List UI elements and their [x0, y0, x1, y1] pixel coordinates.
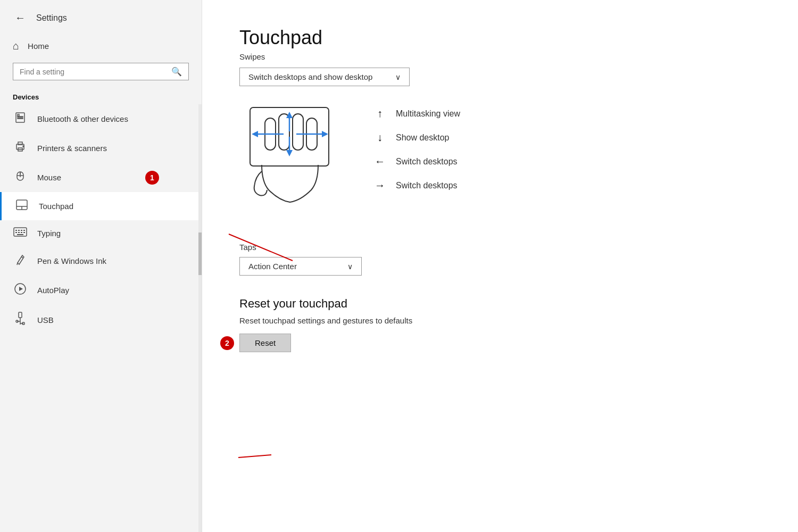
gesture-row-left: ← Switch desktops [372, 155, 460, 168]
gesture-arrow-right: → [372, 179, 387, 192]
sidebar-item-mouse[interactable]: Mouse 1 [0, 163, 202, 192]
gesture-desc-down: Show desktop [396, 133, 450, 143]
printer-icon [13, 140, 28, 156]
autoplay-icon [13, 282, 28, 298]
settings-title: Settings [36, 13, 67, 23]
svg-rect-37 [279, 114, 289, 150]
svg-point-7 [23, 146, 24, 147]
mouse-label: Mouse [37, 173, 61, 182]
swipes-dropdown-value: Switch desktops and show desktop [248, 72, 372, 81]
mouse-icon [13, 170, 28, 185]
taps-dropdown-value: Action Center [248, 262, 297, 271]
gesture-descriptions: ↑ Multitasking view ↓ Show desktop ← Swi… [372, 107, 460, 192]
svg-rect-19 [23, 230, 25, 231]
hand-illustration [239, 102, 340, 227]
touchpad-icon [14, 199, 29, 213]
autoplay-label: AutoPlay [37, 286, 69, 295]
search-input[interactable] [20, 68, 167, 76]
svg-marker-45 [252, 131, 258, 137]
gesture-arrow-up: ↑ [372, 107, 387, 120]
svg-line-49 [238, 455, 271, 458]
gesture-row-right: → Switch desktops [372, 179, 460, 192]
typing-icon [13, 227, 28, 239]
sidebar-item-bluetooth[interactable]: Bluetooth & other devices [0, 104, 202, 134]
reset-desc: Reset touchpad settings and gestures to … [239, 316, 761, 325]
gesture-arrow-left: ← [372, 155, 387, 168]
gesture-row-up: ↑ Multitasking view [372, 107, 460, 120]
svg-rect-29 [19, 312, 22, 318]
search-button[interactable]: 🔍 [171, 66, 182, 77]
swipes-dropdown-chevron: ∨ [395, 73, 401, 81]
sidebar: ← Settings ⌂ Home 🔍 Devices Bluetooth & … [0, 0, 202, 532]
gesture-arrow-down: ↓ [372, 131, 387, 144]
swipes-dropdown[interactable]: Switch desktops and show desktop ∨ [239, 68, 410, 86]
svg-rect-5 [18, 142, 22, 145]
usb-icon [13, 312, 28, 328]
gesture-desc-up: Multitasking view [396, 109, 460, 119]
gesture-area: ↑ Multitasking view ↓ Show desktop ← Swi… [239, 102, 761, 227]
svg-rect-20 [15, 232, 17, 233]
svg-rect-24 [17, 234, 23, 235]
svg-marker-47 [322, 131, 328, 137]
svg-rect-17 [18, 230, 20, 231]
reset-section-title: Reset your touchpad [239, 297, 761, 311]
reset-section: Reset your touchpad Reset touchpad setti… [239, 297, 761, 352]
home-label: Home [28, 41, 49, 51]
touchpad-label: Touchpad [39, 202, 73, 211]
taps-dropdown-chevron: ∨ [347, 262, 353, 271]
reset-button[interactable]: Reset [239, 334, 291, 352]
sidebar-item-typing[interactable]: Typing [0, 220, 202, 246]
sidebar-item-printers[interactable]: Printers & scanners [0, 134, 202, 163]
svg-rect-22 [21, 232, 22, 233]
gesture-desc-left: Switch desktops [396, 157, 458, 167]
sidebar-nav: Bluetooth & other devices Printers & sca… [0, 104, 202, 532]
annotation-marker-1: 1 [145, 171, 159, 185]
usb-label: USB [37, 315, 54, 325]
svg-rect-1 [18, 114, 19, 116]
gesture-row-down: ↓ Show desktop [372, 131, 460, 144]
svg-rect-38 [293, 114, 303, 150]
typing-label: Typing [37, 229, 61, 238]
devices-label: Devices [0, 89, 202, 104]
sidebar-item-autoplay[interactable]: AutoPlay [0, 276, 202, 305]
svg-rect-18 [21, 230, 22, 231]
gesture-desc-right: Switch desktops [396, 181, 458, 190]
sidebar-item-usb[interactable]: USB [0, 305, 202, 335]
pen-label: Pen & Windows Ink [37, 256, 106, 265]
bluetooth-label: Bluetooth & other devices [37, 114, 128, 123]
svg-marker-43 [286, 150, 293, 156]
svg-rect-21 [18, 232, 20, 233]
svg-line-26 [21, 256, 23, 258]
svg-rect-16 [15, 230, 17, 231]
main-content: Touchpad Swipes Switch desktops and show… [202, 0, 798, 532]
back-button[interactable]: ← [13, 10, 28, 26]
svg-marker-28 [19, 287, 23, 291]
swipes-label: Swipes [239, 52, 761, 61]
annotation-marker-2: 2 [220, 336, 234, 350]
svg-rect-23 [23, 232, 25, 233]
bluetooth-icon [13, 111, 28, 127]
taps-label: Taps [239, 243, 761, 252]
sidebar-item-pen[interactable]: Pen & Windows Ink [0, 246, 202, 276]
pen-icon [13, 253, 28, 269]
search-box[interactable]: 🔍 [13, 63, 189, 80]
svg-rect-3 [18, 118, 23, 119]
home-icon: ⌂ [13, 40, 19, 52]
sidebar-header: ← Settings [0, 0, 202, 34]
svg-rect-2 [18, 117, 23, 117]
svg-line-25 [17, 263, 18, 265]
page-title: Touchpad [239, 27, 761, 49]
taps-dropdown[interactable]: Action Center ∨ [239, 257, 362, 276]
sidebar-item-touchpad[interactable]: Touchpad [0, 192, 202, 220]
printers-label: Printers & scanners [37, 144, 107, 153]
sidebar-item-home[interactable]: ⌂ Home [0, 34, 202, 59]
